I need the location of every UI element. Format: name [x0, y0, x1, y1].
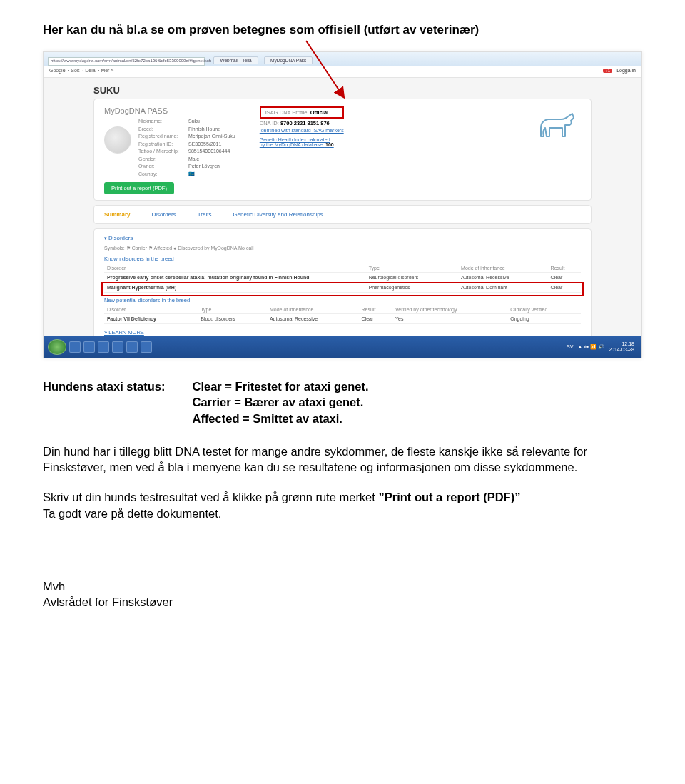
google-sok[interactable]: Sök	[71, 68, 79, 73]
isag-value: Official	[310, 109, 328, 116]
taskbar-lang[interactable]: SV	[567, 344, 573, 350]
ghi-value: 100	[325, 142, 334, 147]
sig-line2: Avlsrådet for Finskstøver	[43, 594, 642, 610]
google-toolbar: Google · Sök · Dela · Mer » +1 Logga in	[44, 66, 641, 78]
col2-result: Result	[359, 306, 393, 314]
status-carrier: Carrier = Bærer av ataxi genet.	[192, 394, 368, 410]
login-link[interactable]: Logga in	[616, 68, 636, 73]
meta-chip: 985154000106444	[188, 149, 230, 154]
sig-line1: Mvh	[43, 578, 642, 594]
taskbar-date: 2014-03-28	[609, 347, 634, 352]
disorders-card: Disorders Symbols: ⚑ Carrier ⚑ Affected …	[93, 228, 592, 336]
windows-taskbar: SV ▲ 🕪 📶 🔊 12:18 2014-03-28	[44, 336, 641, 358]
browser-tab-webmail[interactable]: Webmail - Telia	[213, 56, 258, 64]
taskbar-icon[interactable]	[141, 341, 152, 353]
known-disorders-table: Disorder Type Mode of inheritance Result…	[104, 264, 581, 293]
taskbar-icon[interactable]	[98, 341, 109, 353]
dna-id: DNA ID: 8700 2321 8151 876	[260, 120, 344, 126]
start-button[interactable]	[48, 339, 66, 355]
disorders-title[interactable]: Disorders	[104, 235, 581, 241]
taskbar-time: 12:18	[621, 341, 634, 346]
tab-diversity[interactable]: Genetic Diversity and Relationships	[233, 211, 323, 218]
col2-disorder: Disorder	[104, 306, 198, 314]
dog-outline-icon	[537, 112, 578, 145]
status-values: Clear = Fritestet for ataxi genet. Carri…	[192, 378, 368, 426]
new-disorders-table: Disorder Type Mode of inheritance Result…	[104, 306, 581, 324]
address-bar[interactable]: https://www.mydogdna.com/crm/animal/en/5…	[48, 57, 205, 66]
tab-summary[interactable]: Summary	[104, 211, 130, 218]
google-mer[interactable]: Mer »	[101, 68, 113, 73]
dnaid-label: DNA ID:	[260, 120, 279, 126]
symbols-legend: Symbols: ⚑ Carrier ⚑ Affected ● Discover…	[104, 246, 581, 251]
dog-avatar	[104, 126, 131, 154]
print-report-button[interactable]: Print out a report (PDF)	[104, 182, 174, 194]
browser-chrome: https://www.mydogdna.com/crm/animal/en/5…	[44, 52, 641, 66]
meta-breed: Finnish Hound	[188, 126, 220, 131]
dog-meta: Nickname:Suku Breed:Finnish Hound Regist…	[138, 118, 235, 178]
para2-post: Ta godt vare på dette dokumentet.	[43, 507, 221, 520]
google-label: Google	[49, 68, 66, 73]
isag-label: ISAG DNA Profile:	[265, 109, 309, 116]
status-affected: Affected = Smittet av ataxi.	[192, 411, 368, 426]
tab-disorders[interactable]: Disorders	[151, 211, 176, 218]
google-dela[interactable]: Dela	[85, 68, 95, 73]
gplus-badge[interactable]: +1	[603, 69, 612, 73]
meta-regname: Meripojan Onni-Suku	[188, 134, 235, 139]
meta-owner: Peter Lövgren	[188, 164, 220, 169]
col-disorder: Disorder	[104, 264, 366, 273]
page-heading: Her kan du nå bl.a se om prøven betegnes…	[43, 23, 642, 37]
para2-quote: ”Print out a report (PDF)”	[378, 491, 520, 503]
ghi-line2: by the MyDogDNA database:	[260, 142, 324, 147]
col2-clinical: Clinically verified	[507, 306, 581, 314]
status-clear: Clear = Fritestet for ataxi genet.	[192, 378, 368, 394]
col-type: Type	[366, 264, 458, 273]
taskbar-icon[interactable]	[112, 341, 123, 353]
paragraph-2: Skriv ut din hunds testresultat ved å kl…	[43, 489, 642, 521]
taskbar-icon[interactable]	[126, 341, 138, 353]
para2-pre: Skriv ut din hunds testresultat ved å kl…	[43, 491, 378, 503]
meta-gender: Male	[188, 156, 199, 161]
browser-tab-mydogdna[interactable]: MyDogDNA Pass	[264, 56, 313, 64]
meta-regid: SE30355/2011	[188, 141, 221, 146]
meta-country: 🇸🇪	[188, 171, 195, 176]
pass-card: MyDogDNA PASS Nickname:Suku Breed:Finnis…	[93, 99, 592, 201]
isag-profile-box: ISAG DNA Profile: Official	[260, 106, 344, 119]
taskbar-icon[interactable]	[83, 341, 95, 353]
section-tabs: Summary Disorders Traits Genetic Diversi…	[93, 205, 592, 224]
pass-title: MyDogDNA PASS	[104, 106, 235, 115]
col2-verified: Verified by other technology	[392, 306, 507, 314]
page-content: SUKU MyDogDNA PASS Nickname:Suku Breed:F…	[44, 78, 641, 336]
known-disorders-heading: Known disorders in the breed	[104, 256, 581, 262]
embedded-screenshot: https://www.mydogdna.com/crm/animal/en/5…	[43, 51, 642, 358]
col-mode: Mode of inheritance	[458, 264, 548, 273]
isag-markers-link[interactable]: Identified with standard ISAG markers	[260, 128, 344, 133]
table-row: Factor VII DeficiencyBlood disordersAuto…	[104, 314, 581, 324]
status-label: Hundens ataxi status:	[43, 378, 165, 426]
ghi-line1: Genetic Health Index calculated	[260, 137, 330, 142]
table-row: Malignant Hyperthermia (MH)Pharmacogenet…	[104, 283, 581, 293]
ghi-link[interactable]: Genetic Health Index calculated by the M…	[260, 137, 344, 147]
dnaid-value: 8700 2321 8151 876	[280, 120, 330, 126]
tab-traits[interactable]: Traits	[198, 211, 212, 218]
col2-type: Type	[198, 306, 267, 314]
col-result: Result	[548, 264, 581, 273]
learn-more-link[interactable]: » LEARN MORE	[104, 329, 144, 336]
paragraph-1: Din hund har i tillegg blitt DNA testet …	[43, 443, 642, 476]
col2-mode: Mode of inheritance	[267, 306, 359, 314]
new-disorders-heading: New potential disorders in the breed	[104, 297, 581, 303]
taskbar-icon[interactable]	[69, 341, 81, 353]
dog-name-heading: SUKU	[93, 85, 592, 96]
table-row: Progressive early-onset cerebellar ataxi…	[104, 273, 581, 283]
meta-nickname: Suku	[188, 119, 200, 124]
